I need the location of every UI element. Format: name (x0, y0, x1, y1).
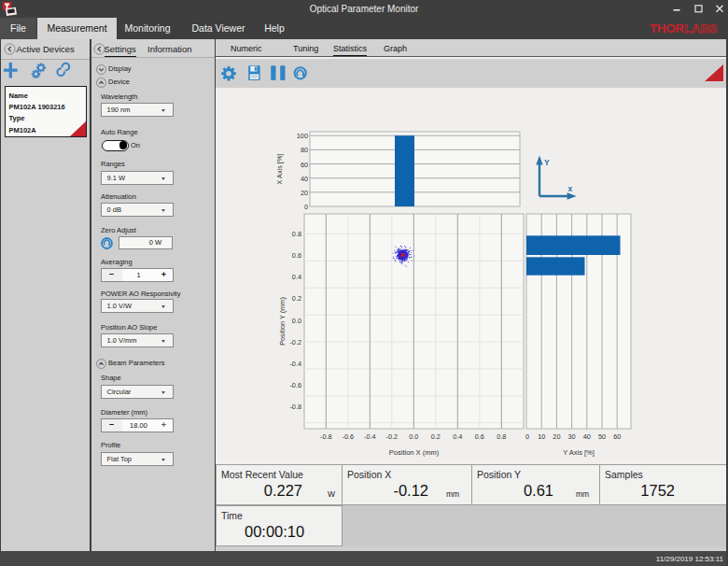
svg-text:100: 100 (297, 132, 308, 140)
svg-text:-0.2: -0.2 (289, 338, 301, 347)
svg-text:Position Y (mm): Position Y (mm) (278, 297, 287, 346)
svg-text:Y: Y (544, 158, 550, 167)
svg-text:0.2: 0.2 (431, 432, 441, 441)
svg-text:20: 20 (301, 189, 308, 197)
svg-text:0.0: 0.0 (292, 317, 301, 325)
svg-text:30: 30 (568, 432, 576, 441)
svg-text:-0.4: -0.4 (364, 432, 376, 441)
svg-text:80: 80 (301, 146, 308, 154)
svg-text:40: 40 (301, 175, 308, 183)
svg-text:60: 60 (613, 432, 621, 441)
svg-text:50: 50 (598, 432, 606, 441)
svg-text:X Axis [%]: X Axis [%] (275, 154, 284, 185)
svg-text:-0.6: -0.6 (289, 381, 301, 389)
svg-text:Y Axis [%]: Y Axis [%] (563, 448, 595, 457)
svg-text:0: 0 (304, 203, 308, 211)
svg-text:60: 60 (301, 161, 308, 169)
svg-text:0.8: 0.8 (497, 432, 506, 441)
svg-text:0.2: 0.2 (292, 294, 301, 303)
svg-text:0.4: 0.4 (292, 273, 301, 281)
svg-text:-0.4: -0.4 (289, 360, 301, 368)
svg-text:Position X (mm): Position X (mm) (389, 448, 440, 457)
svg-text:10: 10 (538, 432, 545, 441)
svg-text:-0.8: -0.8 (320, 432, 332, 441)
svg-text:0.0: 0.0 (409, 432, 418, 441)
svg-text:x: x (568, 184, 573, 193)
svg-text:THOR: THOR (650, 21, 684, 35)
svg-text:0.6: 0.6 (292, 251, 301, 260)
svg-text:0.6: 0.6 (475, 432, 484, 441)
svg-text:0: 0 (525, 432, 529, 441)
svg-text:-0.6: -0.6 (343, 432, 355, 441)
svg-text:-0.2: -0.2 (386, 432, 399, 441)
svg-text:0.4: 0.4 (453, 432, 462, 441)
svg-text:20: 20 (553, 432, 560, 441)
svg-text:LABS: LABS (684, 21, 718, 35)
svg-text:-0.8: -0.8 (289, 403, 301, 411)
svg-text:40: 40 (583, 432, 591, 441)
svg-text:0.8: 0.8 (292, 230, 301, 238)
